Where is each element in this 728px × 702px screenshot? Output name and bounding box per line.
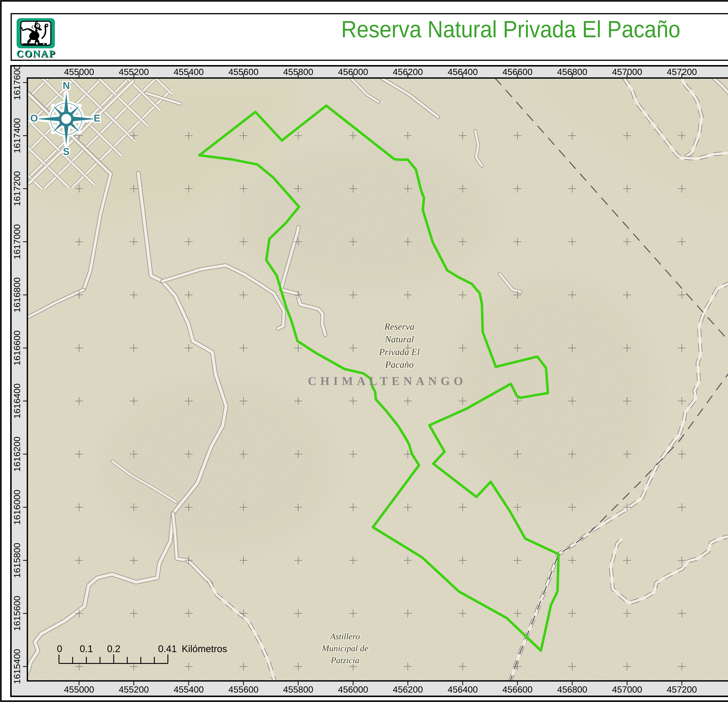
svg-text:1617200: 1617200: [727, 171, 728, 206]
svg-text:455000: 455000: [64, 685, 94, 695]
svg-text:1617600: 1617600: [727, 65, 728, 100]
svg-text:455600: 455600: [228, 685, 259, 695]
svg-text:1616800: 1616800: [12, 277, 22, 312]
svg-text:456400: 456400: [448, 685, 478, 695]
svg-text:CONAP: CONAP: [16, 48, 56, 59]
svg-text:1617200: 1617200: [12, 171, 22, 206]
svg-text:Pacaño: Pacaño: [385, 359, 414, 370]
svg-text:1616600: 1616600: [727, 330, 728, 366]
svg-text:N: N: [63, 80, 70, 91]
svg-text:1616200: 1616200: [12, 437, 22, 471]
svg-text:0.1: 0.1: [79, 643, 93, 654]
svg-text:Privada El: Privada El: [379, 347, 420, 357]
svg-text:456400: 456400: [448, 67, 478, 77]
svg-text:456600: 456600: [503, 67, 533, 77]
svg-text:1616200: 1616200: [727, 437, 728, 471]
svg-text:457000: 457000: [612, 67, 642, 77]
svg-text:1615600: 1615600: [727, 596, 728, 631]
svg-text:455000: 455000: [64, 67, 94, 77]
svg-text:456200: 456200: [393, 685, 423, 695]
svg-text:455600: 455600: [228, 67, 259, 77]
svg-text:1617400: 1617400: [12, 118, 22, 153]
svg-text:1616400: 1616400: [12, 383, 22, 418]
svg-text:Municipal de: Municipal de: [322, 643, 368, 653]
svg-text:Reserva: Reserva: [384, 321, 415, 332]
svg-text:456000: 456000: [338, 67, 368, 77]
svg-text:455200: 455200: [119, 67, 149, 77]
svg-text:1616000: 1616000: [727, 490, 728, 525]
svg-text:455800: 455800: [283, 67, 313, 77]
svg-text:1616000: 1616000: [12, 490, 22, 525]
svg-text:1615800: 1615800: [727, 543, 728, 578]
svg-text:0.41: 0.41: [158, 643, 177, 654]
svg-text:1615800: 1615800: [12, 543, 22, 578]
svg-text:1617400: 1617400: [727, 118, 728, 153]
svg-text:456800: 456800: [557, 67, 587, 77]
svg-text:1616800: 1616800: [727, 277, 728, 312]
svg-text:S: S: [63, 146, 69, 157]
svg-text:E: E: [94, 112, 100, 124]
svg-text:O: O: [30, 112, 38, 124]
svg-text:Astillero: Astillero: [329, 631, 360, 641]
svg-text:1617600: 1617600: [12, 65, 22, 100]
svg-text:1617000: 1617000: [12, 224, 22, 259]
svg-text:1617000: 1617000: [727, 224, 728, 259]
svg-text:0: 0: [57, 643, 62, 654]
svg-text:Patzicía: Patzicía: [331, 656, 360, 665]
svg-text:457200: 457200: [667, 685, 697, 695]
svg-text:1615600: 1615600: [12, 596, 22, 631]
svg-text:1616600: 1616600: [12, 330, 22, 366]
svg-text:456200: 456200: [393, 67, 423, 77]
svg-text:455200: 455200: [119, 685, 149, 695]
svg-text:456600: 456600: [503, 685, 533, 695]
svg-text:Reserva Natural Privada El Pac: Reserva Natural Privada El Pacaño: [341, 16, 680, 42]
svg-text:456000: 456000: [338, 685, 368, 695]
svg-text:Kilómetros: Kilómetros: [182, 643, 227, 654]
svg-text:1615400: 1615400: [727, 649, 728, 684]
svg-text:1616400: 1616400: [727, 383, 728, 418]
svg-text:1615400: 1615400: [12, 649, 22, 684]
svg-text:457200: 457200: [667, 67, 697, 77]
svg-text:457000: 457000: [612, 685, 642, 695]
svg-text:455400: 455400: [174, 685, 204, 695]
svg-text:455800: 455800: [283, 685, 313, 695]
svg-text:0.2: 0.2: [107, 643, 120, 654]
svg-text:456800: 456800: [557, 685, 587, 695]
svg-text:455400: 455400: [174, 67, 204, 77]
svg-text:Natural: Natural: [385, 334, 414, 345]
svg-text:CHIMALTENANGO: CHIMALTENANGO: [308, 374, 467, 388]
